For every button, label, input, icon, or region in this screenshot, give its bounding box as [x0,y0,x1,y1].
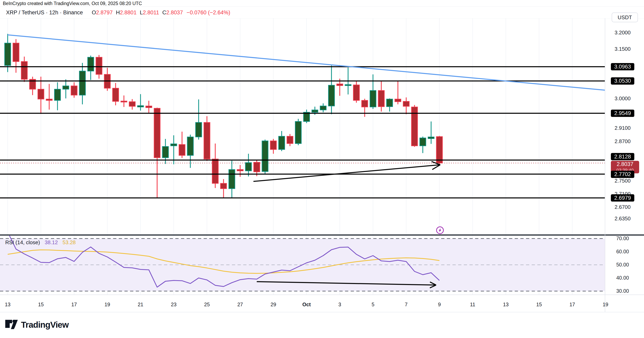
low-value: 2.8011 [143,10,159,16]
tradingview-logo-icon [5,319,18,330]
svg-text:50.00: 50.00 [616,262,629,267]
svg-text:29: 29 [270,302,276,307]
svg-text:3.0000: 3.0000 [614,95,631,102]
rsi-ma-legend-value: 53.28 [62,239,76,245]
rsi-legend-label: RSI (14, close) [5,239,40,245]
support-resistance-lines [0,67,605,198]
svg-text:15: 15 [536,302,542,307]
svg-text:2.6700: 2.6700 [614,204,631,210]
svg-text:25: 25 [204,302,210,307]
attribution-text: BeInCrypto created with TradingView.com,… [3,1,142,6]
close-label: C [162,10,166,16]
svg-text:70.00: 70.00 [616,235,629,241]
rsi-legend: RSI (14, close) 38.12 53.28 [5,239,76,246]
tradingview-brand-text: TradingView [21,320,69,330]
svg-text:13: 13 [5,302,10,307]
svg-text:40.00: 40.00 [616,275,629,281]
symbol-title: XRP / TetherUS · 12h · Binance [6,10,83,16]
svg-text:2.7500: 2.7500 [614,178,631,184]
candles [5,34,442,198]
open-label: O [92,10,96,16]
svg-text:19: 19 [104,302,110,307]
svg-text:60.00: 60.00 [616,249,629,254]
pane-separator [0,234,644,235]
svg-text:7: 7 [405,302,408,307]
svg-text:13: 13 [503,302,509,307]
attribution-bar: BeInCrypto created with TradingView.com,… [0,0,644,7]
chart-canvas[interactable]: 3.20003.15003.00002.91002.87002.75002.71… [0,18,644,312]
price-higher-lows-arrow [254,162,440,182]
svg-text:2.6979: 2.6979 [614,195,631,201]
svg-text:2.8700: 2.8700 [614,138,631,144]
svg-text:23: 23 [171,302,176,307]
high-label: H [116,10,120,16]
svg-text:5: 5 [372,302,374,307]
high-value: 2.8801 [120,10,136,16]
svg-text:21: 21 [138,302,144,307]
svg-text:9: 9 [438,302,441,307]
svg-text:3.2000: 3.2000 [614,30,631,36]
low-label: L [140,10,143,16]
svg-text:11: 11 [470,302,475,307]
svg-text:2.7702: 2.7702 [614,171,631,177]
svg-text:2.6350: 2.6350 [614,215,631,222]
svg-text:3: 3 [338,302,341,307]
svg-text:30.00: 30.00 [616,288,629,294]
svg-text:2.8128: 2.8128 [614,154,631,160]
svg-text:2.9100: 2.9100 [614,125,631,131]
svg-text:17: 17 [570,302,575,307]
tradingview-footer[interactable]: TradingView [5,318,69,331]
price-axis[interactable]: 3.20003.15003.00002.91002.87002.75002.71… [614,30,631,222]
svg-text:Oct: Oct [302,302,311,307]
svg-text:2.8037: 2.8037 [617,161,634,167]
rsi-axis[interactable]: 70.0060.0050.0040.0030.00 [616,235,629,294]
time-axis[interactable]: 131517192123252729Oct35791113151719 [5,302,608,307]
symbol-header: XRP / TetherUS · 12h · BinanceO2.8797H2.… [0,7,644,19]
svg-text:15: 15 [38,302,44,307]
svg-text:17: 17 [71,302,77,307]
svg-text:2.9549: 2.9549 [614,110,631,116]
close-value: 2.8037 [166,10,183,16]
svg-text:3.0530: 3.0530 [614,78,631,84]
svg-text:19: 19 [602,302,608,307]
open-value: 2.8797 [96,10,113,16]
svg-text:3.1500: 3.1500 [614,46,631,52]
svg-text:27: 27 [237,302,243,307]
flash-icon[interactable] [436,227,444,234]
rsi-legend-value: 38.12 [45,239,58,245]
change-value: −0.0760 (−2.64%) [187,10,230,16]
svg-text:3.0963: 3.0963 [614,64,631,70]
